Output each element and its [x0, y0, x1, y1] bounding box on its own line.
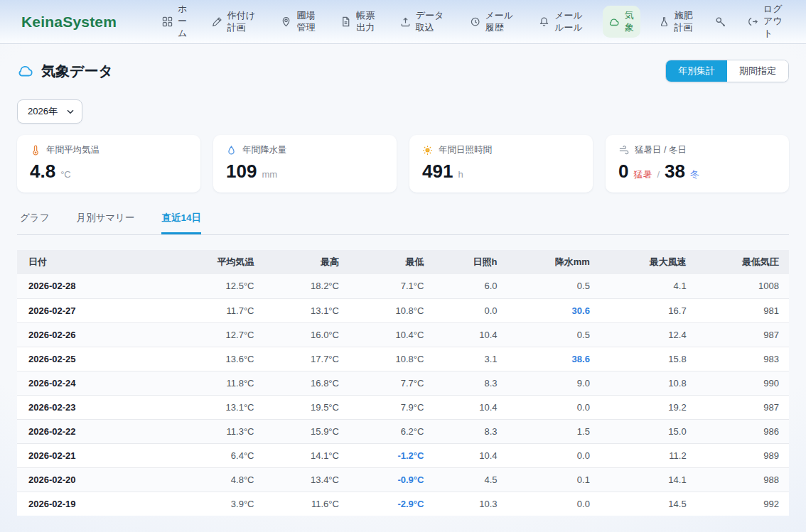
page-title-text: 気象データ: [41, 62, 113, 81]
tab-graph[interactable]: グラフ: [20, 212, 49, 234]
cell-pressure: 987: [697, 322, 789, 347]
hot-days-value: 0: [618, 161, 628, 183]
cell-max: 16.8°C: [264, 371, 349, 395]
weather-table: 日付 平均気温 最高 最低 日照h 降水mm 最大風速 最低気圧 2026-02…: [17, 250, 789, 516]
cell-wind: 10.8: [600, 371, 697, 395]
column-header-avg-temp: 平均気温: [190, 250, 264, 274]
cell-sun: 0.0: [434, 298, 507, 322]
cell-wind: 4.1: [600, 274, 697, 298]
table-row: 2026-02-2513.6°C17.7°C10.8°C3.138.615.89…: [17, 347, 789, 371]
cell-wind: 19.2: [600, 395, 697, 419]
nav-label: 帳票出力: [356, 10, 376, 34]
cell-min: 6.2°C: [349, 419, 434, 443]
cell-avg: 11.8°C: [190, 371, 264, 395]
cell-sun: 6.0: [434, 274, 507, 298]
cell-max: 14.1°C: [264, 443, 349, 467]
flask-icon: [659, 16, 670, 27]
content-tabs: グラフ 月別サマリー 直近14日: [17, 212, 789, 235]
nav-item-data-import[interactable]: データ取込: [394, 6, 451, 38]
cell-avg: 13.1°C: [190, 395, 264, 419]
stat-card-avg-temp: 年間平均気温 4.8 °C: [17, 135, 200, 192]
cell-date: 2026-02-19: [17, 492, 190, 516]
cell-rain: 1.5: [507, 419, 600, 443]
cell-rain: 0.0: [507, 443, 600, 467]
nav-item-home[interactable]: ホーム: [156, 0, 193, 44]
cell-pressure: 992: [697, 492, 789, 516]
nav-item-mail-rules[interactable]: メールルール: [533, 6, 590, 38]
cold-days-unit: 冬: [690, 168, 699, 181]
table-row: 2026-02-2313.1°C19.5°C7.9°C10.40.019.298…: [17, 395, 789, 419]
nav-item-mail-history[interactable]: メール履歴: [464, 6, 521, 38]
cell-date: 2026-02-20: [17, 467, 190, 492]
cell-rain: 30.6: [507, 298, 600, 322]
nav-item-planting-plan[interactable]: 作付け計画: [206, 6, 263, 38]
cell-date: 2026-02-25: [17, 347, 190, 371]
cell-min: 10.8°C: [349, 347, 434, 371]
stat-unit: mm: [262, 169, 277, 180]
stat-label: 年間降水量: [242, 144, 287, 156]
nav-item-report-output[interactable]: 帳票出力: [335, 6, 382, 38]
cloud-icon: [608, 16, 620, 28]
cell-max: 19.5°C: [264, 395, 349, 419]
main-content: 気象データ 年別集計 期間指定 2026年 年間平均気温 4.8 °C 年間降水…: [0, 44, 806, 516]
toggle-yearly-button[interactable]: 年別集計: [666, 60, 727, 82]
cell-max: 13.4°C: [264, 467, 349, 492]
cell-avg: 3.9°C: [190, 492, 264, 516]
nav-label: 気象: [625, 10, 635, 34]
nav-label: 施肥計画: [675, 10, 694, 34]
tab-recent-14-days[interactable]: 直近14日: [161, 212, 201, 234]
cell-pressure: 988: [697, 467, 789, 492]
cell-max: 16.0°C: [264, 322, 349, 347]
stat-card-sunshine: 年間日照時間 491 h: [409, 135, 593, 192]
cell-sun: 10.4: [434, 443, 507, 467]
stat-value: 4.8: [30, 161, 55, 183]
bell-icon: [539, 16, 549, 27]
cell-pressure: 983: [697, 347, 789, 371]
nav-item-field-management[interactable]: 圃場管理: [275, 6, 322, 38]
column-header-date: 日付: [17, 250, 190, 274]
stat-value: 491: [422, 161, 453, 183]
table-row: 2026-02-2711.7°C13.1°C10.8°C0.030.616.79…: [17, 298, 789, 322]
cell-sun: 10.4: [434, 395, 507, 419]
cell-rain: 0.0: [507, 492, 600, 516]
cell-wind: 16.7: [600, 298, 697, 322]
tab-monthly-summary[interactable]: 月別サマリー: [76, 212, 134, 234]
nav-label: メール履歴: [485, 10, 515, 34]
chevron-down-icon: [67, 109, 74, 114]
weather-table-body: 2026-02-2812.5°C18.2°C7.1°C6.00.54.11008…: [17, 274, 789, 516]
wind-icon: [618, 145, 629, 156]
nav-item-logout[interactable]: ログアウト: [742, 0, 789, 44]
cell-min: 7.1°C: [349, 274, 434, 298]
cell-wind: 15.0: [600, 419, 697, 443]
toggle-period-button[interactable]: 期間指定: [727, 60, 788, 82]
column-header-rain: 降水mm: [507, 250, 600, 274]
cell-min: -0.9°C: [349, 467, 434, 492]
nav-label: ログアウト: [763, 4, 783, 40]
year-select[interactable]: 2026年: [17, 99, 82, 124]
table-row: 2026-02-216.4°C14.1°C-1.2°C10.40.011.298…: [17, 443, 789, 467]
cell-date: 2026-02-28: [17, 274, 190, 298]
cell-wind: 12.4: [600, 322, 697, 347]
cell-pressure: 989: [697, 443, 789, 467]
hot-days-unit: 猛暑: [633, 168, 652, 181]
brand-logo[interactable]: KeinaSystem: [21, 13, 117, 31]
stat-card-precipitation: 年間降水量 109 mm: [213, 135, 397, 192]
cell-min: -1.2°C: [349, 443, 434, 467]
cell-rain: 9.0: [507, 371, 600, 395]
droplet-icon: [226, 145, 237, 156]
year-select-value: 2026年: [28, 105, 58, 118]
cell-avg: 11.3°C: [190, 419, 264, 443]
nav-item-password-key[interactable]: [712, 12, 729, 32]
stat-label: 年間日照時間: [439, 144, 492, 156]
cell-avg: 11.7°C: [190, 298, 264, 322]
nav-item-fertilizer-plan[interactable]: 施肥計画: [653, 6, 700, 38]
cell-max: 13.1°C: [264, 298, 349, 322]
cell-min: 10.8°C: [349, 298, 434, 322]
page-title: 気象データ: [17, 62, 113, 81]
cell-pressure: 1008: [697, 274, 789, 298]
logout-icon: [748, 16, 758, 27]
cell-sun: 4.5: [434, 467, 507, 492]
home-grid-icon: [162, 16, 173, 27]
view-toggle: 年別集計 期間指定: [665, 60, 789, 82]
nav-item-weather[interactable]: 気象: [603, 6, 640, 38]
